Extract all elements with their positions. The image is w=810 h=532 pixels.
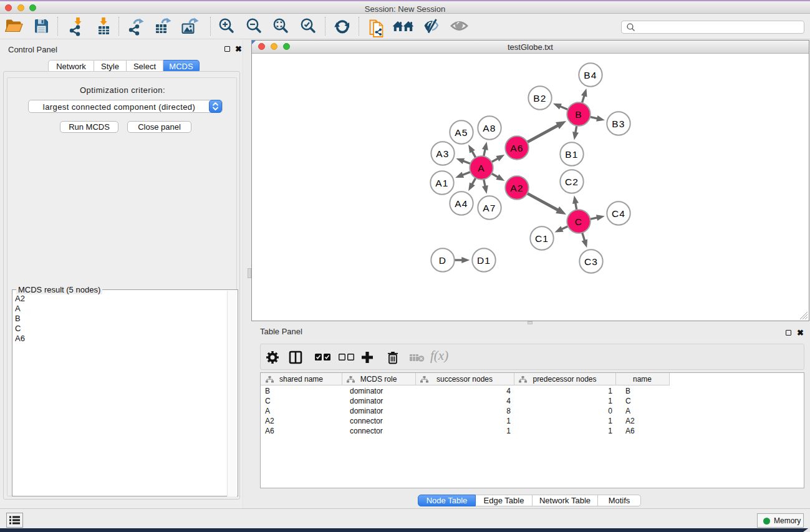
svg-text:A6: A6 <box>510 143 523 153</box>
svg-text:A: A <box>478 163 485 173</box>
svg-text:C2: C2 <box>565 177 579 187</box>
svg-text:B1: B1 <box>565 149 578 160</box>
svg-text:D: D <box>439 255 446 266</box>
svg-text:C1: C1 <box>535 233 549 244</box>
svg-text:A5: A5 <box>455 127 468 138</box>
svg-text:B: B <box>575 109 582 120</box>
svg-text:A7: A7 <box>483 203 496 213</box>
svg-text:A4: A4 <box>455 198 468 209</box>
svg-text:C4: C4 <box>612 208 625 219</box>
svg-text:A1: A1 <box>435 178 448 188</box>
svg-text:B2: B2 <box>533 93 546 104</box>
svg-text:A8: A8 <box>483 123 496 133</box>
svg-text:B4: B4 <box>584 70 597 80</box>
svg-text:C: C <box>575 216 582 227</box>
svg-text:C3: C3 <box>584 256 598 267</box>
svg-text:A2: A2 <box>510 183 523 193</box>
svg-text:A3: A3 <box>436 148 449 159</box>
svg-text:B3: B3 <box>612 118 625 129</box>
svg-text:D1: D1 <box>477 255 491 266</box>
